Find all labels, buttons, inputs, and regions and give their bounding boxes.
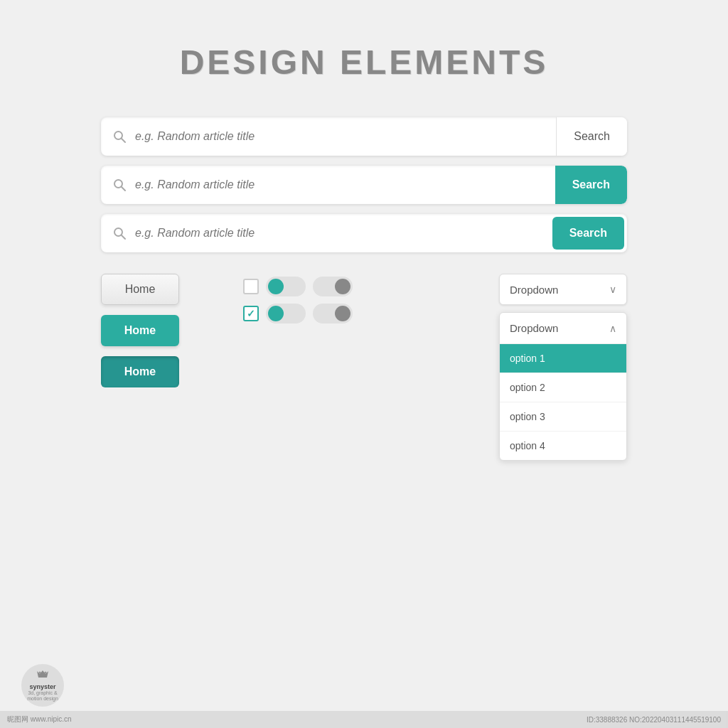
controls-section: Home Home Home	[101, 274, 627, 461]
search-bar-2: Search	[101, 166, 627, 204]
main-content: Search Search Search	[101, 117, 627, 468]
watermark-subtitle: 3d, graphic & motion design	[21, 690, 64, 702]
dropdown-option-1[interactable]: option 1	[500, 344, 626, 373]
search-button-1[interactable]: Search	[556, 117, 627, 156]
svg-line-3	[122, 187, 125, 191]
dropdown-option-3[interactable]: option 3	[500, 402, 626, 432]
toggle-knob	[268, 279, 284, 294]
search-section: Search Search Search	[101, 117, 627, 252]
dropdown-open-header[interactable]: Dropdown ∧	[500, 313, 626, 344]
toggle-row-2	[243, 304, 353, 323]
toggles-column	[243, 274, 353, 323]
radio-toggle-on-1[interactable]	[266, 277, 306, 296]
svg-line-1	[122, 139, 125, 142]
search-input-2[interactable]	[135, 178, 555, 191]
search-bar-1: Search	[101, 117, 627, 156]
svg-line-5	[122, 235, 125, 239]
dropdown-closed-label: Dropdown	[510, 284, 558, 296]
checkbox-unchecked[interactable]	[243, 279, 259, 294]
dropdown-option-4[interactable]: option 4	[500, 432, 626, 460]
search-input-3[interactable]	[135, 227, 552, 240]
buttons-column: Home Home Home	[101, 274, 186, 387]
radio-toggle-off-1[interactable]	[313, 277, 353, 296]
watermark-brand: synyster	[29, 683, 55, 690]
search-button-2[interactable]: Search	[555, 166, 627, 204]
toggle-knob	[268, 306, 284, 321]
chevron-up-icon: ∧	[609, 323, 616, 334]
search-icon-3	[101, 226, 135, 240]
checkbox-checked[interactable]	[243, 306, 259, 321]
search-icon-2	[101, 178, 135, 192]
page-title: DESIGN ELEMENTS	[180, 43, 549, 82]
dropdown-open: Dropdown ∧ option 1 option 2 option 3 op…	[499, 312, 627, 461]
dropdown-open-label: Dropdown	[510, 322, 558, 334]
chevron-down-icon: ∨	[609, 284, 616, 295]
search-input-1[interactable]	[135, 130, 556, 143]
search-button-3[interactable]: Search	[552, 217, 624, 250]
dropdown-column: Dropdown ∨ Dropdown ∧ option 1 option 2 …	[499, 274, 627, 461]
toggle-knob	[335, 306, 350, 321]
radio-toggle-off-2[interactable]	[313, 304, 353, 323]
dropdown-option-2[interactable]: option 2	[500, 373, 626, 402]
toggle-knob	[335, 279, 350, 294]
radio-toggle-on-2[interactable]	[266, 304, 306, 323]
search-icon-1	[101, 129, 135, 144]
home-button-teal-dark[interactable]: Home	[101, 356, 179, 387]
bottom-bar: 昵图网 www.nipic.cn ID:33888326 NO:20220403…	[0, 711, 728, 728]
bottom-bar-right: ID:33888326 NO:20220403111445519100	[587, 716, 721, 724]
svg-point-7	[45, 671, 47, 673]
dropdown-closed[interactable]: Dropdown ∨	[499, 274, 627, 305]
watermark: synyster 3d, graphic & motion design	[21, 664, 64, 707]
watermark-logo: synyster 3d, graphic & motion design	[21, 664, 64, 707]
toggle-row-1	[243, 277, 353, 296]
bottom-bar-left: 昵图网 www.nipic.cn	[7, 714, 72, 724]
search-bar-3: Search	[101, 214, 627, 252]
home-button-teal[interactable]: Home	[101, 315, 179, 346]
home-button-outline[interactable]: Home	[101, 274, 179, 305]
svg-point-6	[39, 671, 41, 673]
